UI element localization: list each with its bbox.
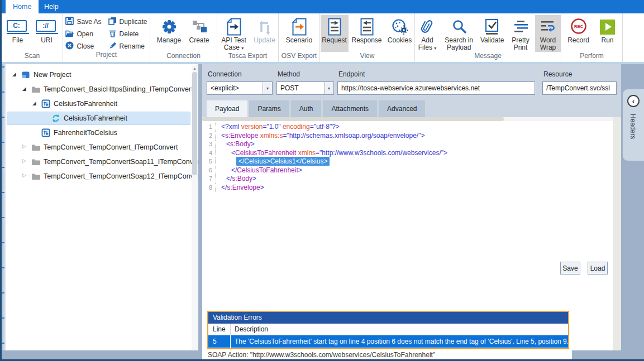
tab-payload[interactable]: Payload	[207, 100, 247, 117]
endpoint-field[interactable]	[337, 81, 535, 95]
expander-collapsed-icon[interactable]: ▷	[22, 172, 26, 178]
project-tree: New Project TempConvert_BasicHttpsBindin…	[6, 64, 198, 350]
ribbon-group-label: Tosca Export	[217, 52, 278, 62]
connection-select[interactable]: <explicit> ▾	[207, 81, 273, 95]
request-button[interactable]: Request	[321, 15, 349, 52]
xml-token: xmlns	[296, 149, 316, 157]
response-button[interactable]: Response	[351, 15, 383, 52]
xml-token: >	[251, 140, 255, 148]
xml-token: <	[221, 132, 225, 139]
tree-item-tempconvert-basichttpsbinding[interactable]: TempConvert_BasicHttpsBinding_ITempConve…	[6, 82, 198, 97]
tab-auth[interactable]: Auth	[291, 100, 322, 117]
expand-panel-button[interactable]: ‹	[627, 95, 640, 107]
xml-token: ="http://www.w3schools.com/webservices/"…	[316, 149, 447, 157]
tree-item-celsiustofahrenheit-operation[interactable]: CelsiusToFahrenheit	[6, 97, 198, 111]
tab-help[interactable]: Help	[37, 0, 66, 13]
error-line-number: 5	[208, 335, 231, 348]
resource-label: Resource	[543, 70, 572, 78]
expander-collapsed-icon[interactable]: ▷	[22, 158, 26, 163]
manage-button[interactable]: Manage	[155, 15, 184, 52]
tree-item-label: CelsiusToFahrenheit	[54, 100, 117, 108]
resource-field[interactable]	[542, 81, 617, 95]
cookies-button[interactable]: Cookies	[385, 15, 414, 52]
column-header-description[interactable]: Description	[231, 325, 268, 333]
project-icon	[21, 70, 30, 79]
save-button[interactable]: Save	[560, 262, 580, 275]
folder-icon	[31, 85, 40, 94]
xml-code: </CelsiusToFahrenheit>	[216, 166, 302, 175]
search-in-payload-button[interactable]: Search in Payload	[442, 15, 476, 52]
tree-item-label: TempConvert_BasicHttpsBinding_ITempConve…	[44, 85, 193, 93]
tab-advanced[interactable]: Advanced	[379, 100, 425, 117]
duplicate-button[interactable]: Duplicate	[108, 17, 147, 26]
ribbon-group-label: Project	[63, 51, 150, 61]
ribbon-group-label: Scan	[2, 52, 63, 62]
refresh-request-icon	[51, 114, 60, 123]
gear-icon	[161, 17, 178, 37]
uri-button[interactable]: :// URI	[34, 15, 60, 52]
api-test-case-button[interactable]: API Test Case ▾	[218, 15, 250, 52]
method-select[interactable]: POST ▾	[276, 81, 334, 95]
document-scenario-icon	[292, 17, 307, 37]
ribbon-group-label: Message	[415, 52, 561, 62]
xml-content[interactable]: 1 <?xml version="1.0" encoding="utf-8"?>…	[202, 123, 613, 192]
rename-button[interactable]: Rename	[108, 42, 147, 51]
record-icon: REC	[570, 17, 588, 37]
tree-item-new-project[interactable]: New Project	[6, 68, 198, 82]
expander-expanded-icon[interactable]	[32, 102, 36, 105]
expander-expanded-icon[interactable]	[12, 73, 16, 76]
tree-scrollbar[interactable]: ▴	[192, 65, 198, 350]
save-as-button[interactable]: Save As	[65, 17, 101, 26]
add-files-button[interactable]: Add Files ▾	[415, 15, 440, 52]
create-button[interactable]: Create	[186, 15, 213, 52]
close-button[interactable]: Close	[65, 42, 101, 51]
tab-attachments[interactable]: Attachments	[323, 100, 377, 117]
headers-collapsed-panel[interactable]: ‹ Headers	[623, 89, 644, 161]
panel-splitter[interactable]	[198, 64, 202, 350]
editor-horizontal-scrollbar[interactable]	[202, 117, 613, 121]
tab-home[interactable]: Home	[6, 0, 39, 13]
chevron-down-icon: ▾	[324, 82, 333, 94]
scroll-up-icon[interactable]: ▴	[192, 66, 198, 71]
validate-button[interactable]: Validate	[478, 15, 506, 52]
tree-item-celsiustofahrenheit-request[interactable]: CelsiusToFahrenheit	[6, 111, 198, 126]
word-wrap-button[interactable]: Word Wrap	[535, 15, 561, 52]
button-label: Update	[254, 37, 275, 44]
ribbon-group-perform: REC Record Run Perform	[561, 13, 623, 62]
open-button[interactable]: Open	[65, 30, 101, 38]
button-label-text: Add Files	[418, 36, 433, 51]
tab-params[interactable]: Params	[249, 100, 289, 117]
run-button[interactable]: Run	[595, 15, 620, 52]
scrollbar-thumb[interactable]	[202, 117, 504, 121]
record-button[interactable]: REC Record	[564, 15, 593, 52]
floppy-icon	[65, 17, 74, 27]
pretty-print-button[interactable]: Pretty Print	[508, 15, 533, 52]
validation-error-row[interactable]: 5 The 'CelsiusToFahrenheit' start tag on…	[208, 335, 568, 348]
uri-icon: ://	[36, 17, 58, 37]
ribbon-group-osv-export: Scenario OSV Export	[279, 13, 320, 62]
request-document-icon	[328, 17, 341, 37]
file-button[interactable]: C: File	[4, 15, 31, 52]
xml-token: CelsiusToFahrenheit	[237, 166, 298, 174]
tree-item-tempconvert-soap11[interactable]: ▷ TempConvert_TempConvertSoap11_ITempCon…	[6, 155, 198, 169]
button-label: API Test Case ▾	[218, 37, 250, 52]
expander-collapsed-icon[interactable]: ▷	[22, 143, 26, 149]
tree-item-tempconvert-tempconvert[interactable]: ▷ TempConvert_TempConvert_ITempConvert	[6, 140, 198, 155]
headers-panel-label[interactable]: Headers	[629, 114, 637, 139]
load-button[interactable]: Load	[588, 262, 608, 275]
tree-item-fahrenheittocelsius[interactable]: FahrenheitToCelsius	[6, 126, 198, 140]
delete-button[interactable]: Delete	[108, 30, 147, 38]
update-arrows-icon	[257, 17, 273, 37]
scrollbar-thumb[interactable]	[192, 72, 197, 175]
expander-expanded-icon[interactable]	[22, 87, 26, 91]
button-label: Save As	[77, 18, 101, 26]
button-label: Create	[189, 37, 209, 44]
line-number: 8	[202, 184, 216, 192]
button-label: Search in Payload	[442, 37, 476, 51]
scenario-button[interactable]: Scenario	[284, 15, 315, 52]
payload-tab-strip: Payload Params Auth Attachments Advanced	[202, 100, 621, 117]
tree-item-tempconvert-soap12[interactable]: ▷ TempConvert_TempConvertSoap12_ITempCon…	[6, 169, 198, 184]
xml-code: </s:Envelope>	[216, 184, 264, 192]
editor-vertical-scrollbar[interactable]	[613, 117, 621, 350]
column-header-line[interactable]: Line	[208, 324, 231, 335]
